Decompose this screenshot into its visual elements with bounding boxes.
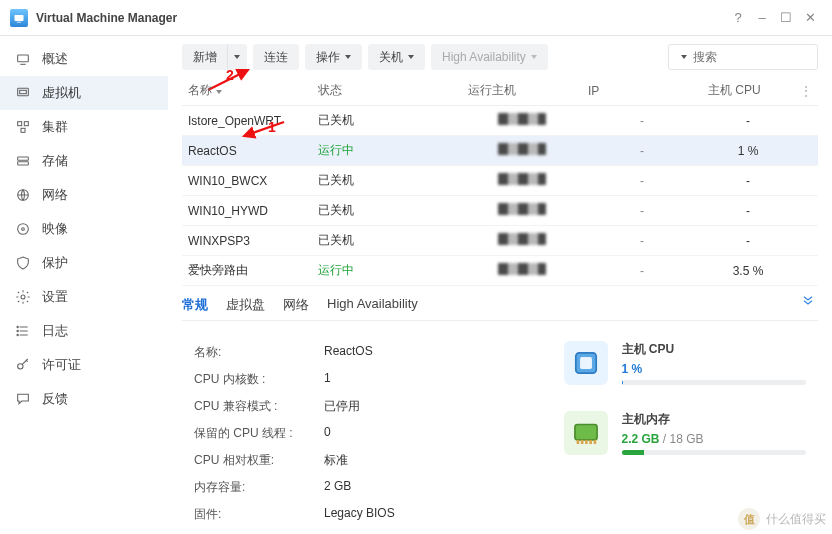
svg-point-15 [17, 330, 18, 331]
cpu-bar [622, 380, 807, 385]
sidebar-item-vm[interactable]: 虚拟机 [0, 76, 168, 110]
col-more[interactable]: ⋮ [794, 76, 818, 106]
cell-status: 已关机 [312, 196, 462, 226]
close-button[interactable]: ✕ [798, 10, 822, 25]
tab-general[interactable]: 常规 [182, 296, 208, 314]
app-title: Virtual Machine Manager [36, 11, 177, 25]
collapse-panel-button[interactable] [800, 292, 816, 311]
cell-host [462, 136, 582, 166]
sidebar-item-protect[interactable]: 保护 [0, 246, 168, 280]
minimize-button[interactable]: – [750, 10, 774, 25]
table-row[interactable]: WIN10_HYWD已关机-- [182, 196, 818, 226]
svg-point-12 [22, 228, 25, 231]
table-row[interactable]: Istore_OpenWRT已关机-- [182, 106, 818, 136]
power-dropdown[interactable]: 关机 [368, 44, 425, 70]
maximize-button[interactable]: ☐ [774, 10, 798, 25]
svg-rect-7 [21, 128, 25, 132]
tab-network[interactable]: 网络 [283, 296, 309, 314]
sidebar-item-network[interactable]: 网络 [0, 178, 168, 212]
kv-value: 1 [324, 371, 331, 388]
col-ip[interactable]: IP [582, 76, 702, 106]
col-name[interactable]: 名称 [182, 76, 312, 106]
cell-status: 运行中 [312, 136, 462, 166]
cell-host [462, 256, 582, 286]
mem-chip-icon [564, 411, 608, 455]
add-dropdown[interactable] [227, 44, 247, 70]
table-row[interactable]: WIN10_BWCX已关机-- [182, 166, 818, 196]
help-button[interactable]: ? [726, 10, 750, 25]
list-icon [14, 322, 32, 340]
detail-panel: 常规 虚拟盘 网络 High Availability 名称:ReactOSCP… [168, 286, 832, 534]
svg-point-13 [21, 295, 25, 299]
tab-ha[interactable]: High Availability [327, 296, 418, 314]
host-cpu-meter: 主机 CPU 1 % [564, 341, 807, 385]
sidebar-item-license[interactable]: 许可证 [0, 348, 168, 382]
host-meters: 主机 CPU 1 % 主机内存 2.2 GB / 18 GB [564, 339, 807, 528]
table-row[interactable]: WINXPSP3已关机-- [182, 226, 818, 256]
kv-row: CPU 内核数 :1 [194, 366, 534, 393]
sidebar-item-overview[interactable]: 概述 [0, 42, 168, 76]
chat-icon [14, 390, 32, 408]
caret-down-icon [681, 55, 687, 59]
svg-point-16 [17, 334, 18, 335]
sidebar-item-logs[interactable]: 日志 [0, 314, 168, 348]
col-host[interactable]: 运行主机 [462, 76, 582, 106]
sidebar-item-storage[interactable]: 存储 [0, 144, 168, 178]
sidebar-item-label: 集群 [42, 118, 68, 136]
caret-down-icon [234, 55, 240, 59]
cell-status: 运行中 [312, 256, 462, 286]
svg-rect-5 [18, 122, 22, 126]
sidebar-item-label: 许可证 [42, 356, 81, 374]
sidebar-item-feedback[interactable]: 反馈 [0, 382, 168, 416]
cell-cpu: 3.5 % [702, 256, 794, 286]
cell-cpu: 1 % [702, 136, 794, 166]
cell-name: ReactOS [182, 136, 312, 166]
search-input[interactable] [693, 50, 832, 64]
kv-row: 内存容量:2 GB [194, 474, 534, 501]
caret-down-icon [408, 55, 414, 59]
sidebar-item-settings[interactable]: 设置 [0, 280, 168, 314]
kv-key: 保留的 CPU 线程 : [194, 425, 324, 442]
svg-rect-1 [17, 21, 22, 22]
vm-details-list: 名称:ReactOSCPU 内核数 :1CPU 兼容模式 :已停用保留的 CPU… [194, 339, 534, 528]
cell-ip: - [582, 166, 702, 196]
cell-host [462, 166, 582, 196]
cpu-label: 主机 CPU [622, 341, 807, 358]
cell-ip: - [582, 196, 702, 226]
action-dropdown[interactable]: 操作 [305, 44, 362, 70]
svg-rect-25 [589, 440, 592, 444]
table-row[interactable]: 爱快旁路由运行中-3.5 % [182, 256, 818, 286]
svg-rect-6 [24, 122, 28, 126]
ha-dropdown[interactable]: High Availability [431, 44, 548, 70]
kv-row: 固件:Legacy BIOS [194, 501, 534, 528]
connect-button[interactable]: 连连 [253, 44, 299, 70]
col-cpu[interactable]: 主机 CPU [702, 76, 794, 106]
svg-rect-23 [580, 440, 583, 444]
search-box[interactable] [668, 44, 818, 70]
sidebar: 概述 虚拟机 集群 存储 网络 映像 保护 设置 [0, 36, 168, 534]
mem-label: 主机内存 [622, 411, 807, 428]
sidebar-item-label: 网络 [42, 186, 68, 204]
col-status[interactable]: 状态 [312, 76, 462, 106]
kv-row: 名称:ReactOS [194, 339, 534, 366]
cell-ip: - [582, 226, 702, 256]
svg-rect-4 [20, 90, 27, 93]
cell-name: WINXPSP3 [182, 226, 312, 256]
svg-rect-21 [574, 425, 596, 440]
add-button[interactable]: 新增 [182, 44, 227, 70]
cell-cpu: - [702, 226, 794, 256]
table-row[interactable]: ReactOS运行中-1 % [182, 136, 818, 166]
watermark-badge: 值 [738, 508, 760, 530]
cell-host [462, 106, 582, 136]
sidebar-item-label: 日志 [42, 322, 68, 340]
sidebar-item-label: 反馈 [42, 390, 68, 408]
sidebar-item-label: 概述 [42, 50, 68, 68]
image-icon [14, 220, 32, 238]
sidebar-item-image[interactable]: 映像 [0, 212, 168, 246]
sidebar-item-cluster[interactable]: 集群 [0, 110, 168, 144]
kv-value: 已停用 [324, 398, 360, 415]
cell-ip: - [582, 136, 702, 166]
tab-vdisk[interactable]: 虚拟盘 [226, 296, 265, 314]
watermark: 值 什么值得买 [738, 508, 826, 530]
titlebar: Virtual Machine Manager ? – ☐ ✕ [0, 0, 832, 36]
